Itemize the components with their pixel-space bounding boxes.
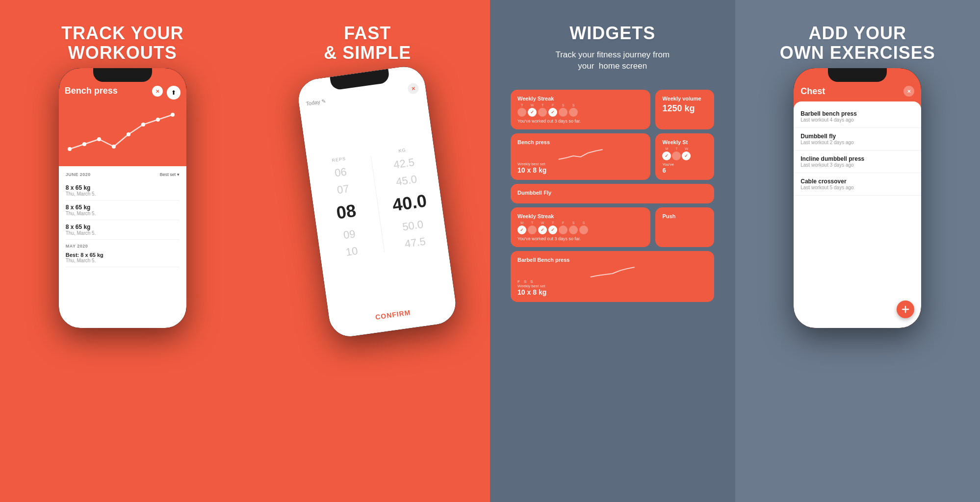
widget-push-title: Push	[662, 213, 707, 219]
widget-barbell-bottom: Barbell Bench press F S S Weekly best se…	[511, 251, 714, 302]
widget-bench-title: Bench press	[517, 139, 644, 145]
panel-3-title: WIDGETS	[569, 24, 655, 43]
widget-streak-title: Weekly Streak	[517, 96, 644, 101]
exercise-list: Barbell bench press Last workout 4 days …	[794, 101, 921, 328]
exercise-last-dumbbell-fly: Last workout 2 days ago	[800, 140, 914, 145]
workout-weight: 8 x 65 kg	[66, 204, 180, 211]
workout-weight: 8 x 65 kg	[66, 184, 180, 191]
svg-point-5	[141, 123, 145, 126]
workout-date: Thu, March 5.	[66, 211, 180, 216]
widget-streak-small: Weekly St M T W You've 6	[655, 133, 714, 180]
progress-chart	[65, 100, 181, 164]
svg-point-7	[171, 113, 175, 117]
streak-dot-f	[548, 108, 557, 117]
exercise-name-dumbbell-fly: Dumbbell fly	[800, 133, 914, 140]
list-item: 8 x 65 kg Thu, March 5.	[66, 181, 180, 201]
widget-streak-small-title: Weekly St	[662, 139, 707, 145]
streak-dot-s1	[559, 108, 567, 117]
panel-fast-simple: FAST& SIMPLE Today ✎ ✕ REPS 06 07 08 09 …	[245, 0, 490, 502]
phone-frame-1: Bench press ✕ ⬆	[59, 68, 186, 328]
panel-2-title: FAST& SIMPLE	[324, 24, 411, 62]
streak-small-count: 6	[662, 167, 707, 174]
widget-volume-value: 1250 kg	[662, 103, 707, 114]
add-icon	[902, 305, 909, 313]
list-item: 8 x 65 kg Thu, March 5.	[66, 201, 180, 220]
picker-area[interactable]: REPS 06 07 08 09 10 KG 42.5 45.0 40.0 50…	[301, 96, 455, 312]
reps-10[interactable]: 10	[345, 242, 359, 261]
workout-date: Thu, March 5.	[66, 191, 180, 197]
streak-dot-t2	[538, 108, 547, 117]
add-exercise-fab[interactable]	[897, 301, 914, 318]
workout-best: Best: 8 x 65 kg	[66, 252, 180, 258]
panel-4-title: ADD YOUROWN EXERCISES	[780, 24, 935, 62]
exercise-item-dumbbell-fly[interactable]: Dumbbell fly Last workout 2 days ago	[794, 128, 921, 151]
workout-date: Thu, March 5.	[66, 230, 180, 236]
reps-09[interactable]: 09	[342, 225, 357, 244]
barbell-bottom-value: 10 x 8 kg	[517, 288, 707, 296]
panel-widgets: WIDGETS Track your fitness journey fromy…	[490, 0, 735, 502]
streak-dot-t4	[528, 226, 537, 234]
barbell-bottom-label-s2: S	[530, 279, 533, 284]
exercise-item-barbell[interactable]: Barbell bench press Last workout 4 days …	[794, 105, 921, 128]
reps-08-active[interactable]: 08	[335, 197, 358, 227]
widget-streak-bottom: Weekly Streak M T W T	[511, 207, 650, 247]
workout-date-best: Thu, March 5.	[66, 258, 180, 263]
phone-frame-2: Today ✎ ✕ REPS 06 07 08 09 10 KG 42.5 45…	[296, 64, 458, 339]
exercise-item-incline[interactable]: Incline dumbbell press Last workout 3 da…	[794, 151, 921, 173]
reps-label: REPS	[332, 156, 346, 163]
streak-dot-w2	[682, 151, 691, 160]
streak-dot-s4	[579, 226, 588, 234]
reps-06[interactable]: 06	[334, 163, 348, 181]
streak-dot-s2	[569, 108, 578, 117]
list-header: JUNE 2020 Best set ▾	[66, 172, 180, 177]
widget-streak-bottom-title: Weekly Streak	[517, 213, 644, 219]
phone-frame-4: Chest ✕ Barbell bench press Last workout…	[794, 68, 921, 328]
svg-point-4	[127, 132, 130, 136]
widgets-container: Weekly Streak T W T F	[511, 90, 714, 302]
confirm-button[interactable]: CONFIRM	[374, 301, 413, 333]
svg-point-3	[112, 145, 116, 149]
exercise-name-incline: Incline dumbbell press	[800, 155, 914, 162]
svg-point-0	[68, 147, 72, 151]
graph-area: Bench press ✕ ⬆	[59, 68, 186, 166]
streak-dot-t5	[548, 226, 557, 234]
streak-dot-m3	[517, 226, 526, 234]
widget-volume-title: Weekly volume	[662, 96, 707, 101]
exercise-last-barbell: Last workout 4 days ago	[800, 117, 914, 123]
streak-dot-t1	[517, 108, 526, 117]
close-button-4[interactable]: ✕	[903, 86, 914, 97]
close-button-2[interactable]: ✕	[407, 82, 419, 95]
barbell-bottom-label-s: S	[524, 279, 526, 284]
share-button[interactable]: ⬆	[167, 86, 181, 100]
streak-dot-w	[528, 108, 537, 117]
today-label: Today ✎	[306, 98, 327, 107]
widget-bench-graph	[517, 147, 644, 162]
screen-4-header: Chest ✕	[794, 68, 921, 101]
best-set-filter[interactable]: Best set ▾	[160, 172, 180, 177]
widget-row-4: Weekly Streak M T W T	[511, 207, 714, 247]
barbell-bottom-labels: F S S	[517, 279, 707, 284]
barbell-bottom-title: Barbell Bench press	[517, 257, 707, 263]
panel-1-title: TRACK YOURWORKOUTS	[61, 24, 183, 62]
widget-bench-press: Bench press Weekly best set 10 x 8 kg	[511, 133, 650, 180]
barbell-bottom-graph	[517, 265, 707, 279]
bench-value: 10 x 8 kg	[517, 166, 644, 174]
exercise-name-barbell: Barbell bench press	[800, 110, 914, 117]
close-button[interactable]: ✕	[152, 86, 163, 97]
widget-dumbbell-fly: Dumbbell Fly	[511, 184, 714, 203]
streak-bottom-text: You've worked out 3 days so far.	[517, 236, 644, 241]
barbell-bottom-set-label: Weekly best set	[517, 284, 707, 288]
streak-dot-w3	[538, 226, 547, 234]
kg-picker[interactable]: KG 42.5 45.0 40.0 50.0 47.5	[370, 144, 448, 255]
widget-push: Push	[655, 207, 714, 247]
category-title: Chest	[800, 86, 825, 97]
streak-dot-s3	[569, 226, 578, 234]
widget-row-1: Weekly Streak T W T F	[511, 90, 714, 129]
reps-07[interactable]: 07	[336, 180, 350, 199]
panel-track-workouts: TRACK YOURWORKOUTS Bench press ✕ ⬆	[0, 0, 245, 502]
exercise-name-cable: Cable crossover	[800, 178, 914, 185]
exercise-item-cable[interactable]: Cable crossover Last workout 5 days ago	[794, 173, 921, 196]
kg-400-active[interactable]: 40.0	[391, 187, 429, 220]
kg-475[interactable]: 47.5	[404, 233, 427, 253]
streak-small-text: You've	[662, 162, 707, 167]
